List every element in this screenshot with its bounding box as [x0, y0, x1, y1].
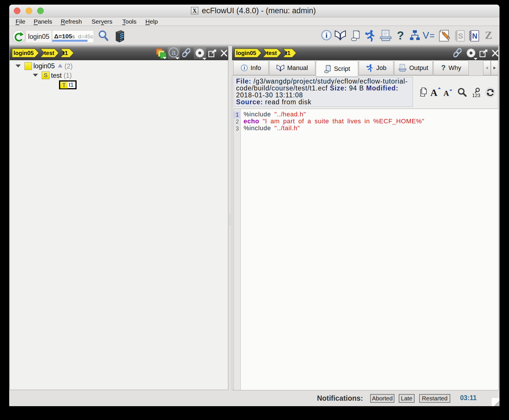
svg-text:test: test [44, 50, 54, 56]
svg-text:t1: t1 [63, 50, 68, 56]
svg-text:S: S [458, 32, 463, 40]
svg-text:Z: Z [485, 30, 492, 41]
svg-text:=: = [430, 31, 435, 40]
svg-text:A: A [430, 87, 438, 98]
svg-text:login05: login05 [236, 50, 256, 56]
svg-text:?: ? [441, 64, 446, 72]
svg-text:N: N [472, 32, 477, 40]
svg-text:t1: t1 [285, 50, 290, 56]
svg-text:123: 123 [472, 93, 480, 98]
svg-text:i: i [325, 31, 327, 39]
svg-text:i: i [244, 65, 245, 71]
svg-text:?: ? [397, 30, 404, 42]
svg-text:V: V [423, 30, 429, 41]
svg-text:login05: login05 [14, 50, 34, 56]
svg-text:a: a [172, 48, 176, 57]
svg-text:A: A [443, 89, 449, 98]
svg-text:test: test [267, 50, 277, 56]
